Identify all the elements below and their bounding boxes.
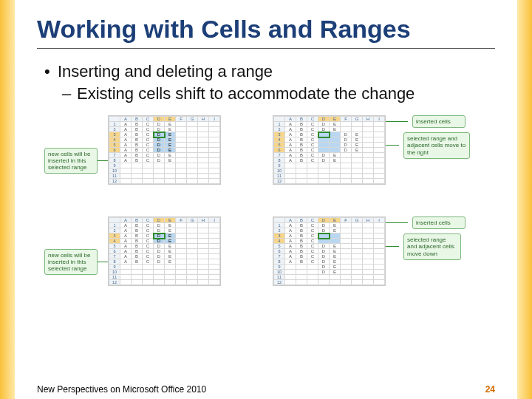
sheet-br: ABCDEFGHI 1ABCDE 2ABCDE 3ABC 4ABC 5ABCDE… bbox=[273, 216, 386, 286]
sheet-tl: ABCDEFGHI 1ABCDE 2ABCDE 3ABCDE 4ABCDE 5A… bbox=[108, 115, 221, 185]
callout-tr1: inserted cells bbox=[412, 115, 466, 128]
sheet-tr: ABCDEFGHI 1ABCDE 2ABCDE 3ABCDE 4ABCDE 5A… bbox=[273, 115, 386, 185]
connector-line bbox=[386, 246, 399, 247]
callout-tl: new cells will be inserted in this selec… bbox=[44, 148, 98, 174]
panel-bottom-right: ABCDEFGHI 1ABCDE 2ABCDE 3ABC 4ABC 5ABCDE… bbox=[273, 216, 488, 307]
panel-top-left: new cells will be inserted in this selec… bbox=[44, 115, 259, 206]
illustration-grid: new cells will be inserted in this selec… bbox=[44, 115, 488, 307]
page-number: 24 bbox=[485, 384, 495, 395]
left-accent-bar bbox=[0, 0, 15, 399]
footer: New Perspectives on Microsoft Office 201… bbox=[37, 384, 495, 395]
connector-line bbox=[98, 262, 108, 262]
connector-line bbox=[386, 121, 408, 122]
bullet-level2: Existing cells shift to accommodate the … bbox=[62, 84, 495, 103]
right-accent-bar bbox=[517, 0, 532, 399]
callout-tr2: selected range and adjacent cells move t… bbox=[403, 132, 470, 159]
connector-line bbox=[386, 222, 408, 223]
connector-line bbox=[98, 160, 108, 161]
callout-br1: inserted cells bbox=[412, 216, 466, 229]
bullet-list: Inserting and deleting a range Existing … bbox=[37, 62, 495, 103]
callout-br2: selected range and adjacent cells move d… bbox=[403, 233, 461, 260]
slide-body: Working with Cells and Ranges Inserting … bbox=[15, 0, 517, 399]
sheet-bl: ABCDEFGHI 1ABCDE 2ABCDE 3ABCDE 4ABCDE 5A… bbox=[108, 216, 221, 286]
bullet-level1: Inserting and deleting a range bbox=[44, 62, 495, 81]
panel-bottom-left: new cells will be inserted in this selec… bbox=[44, 216, 259, 307]
connector-line bbox=[386, 145, 399, 146]
slide-title: Working with Cells and Ranges bbox=[37, 15, 495, 49]
footer-text: New Perspectives on Microsoft Office 201… bbox=[37, 384, 206, 395]
panel-top-right: ABCDEFGHI 1ABCDE 2ABCDE 3ABCDE 4ABCDE 5A… bbox=[273, 115, 488, 206]
callout-bl: new cells will be inserted in this selec… bbox=[44, 249, 98, 276]
